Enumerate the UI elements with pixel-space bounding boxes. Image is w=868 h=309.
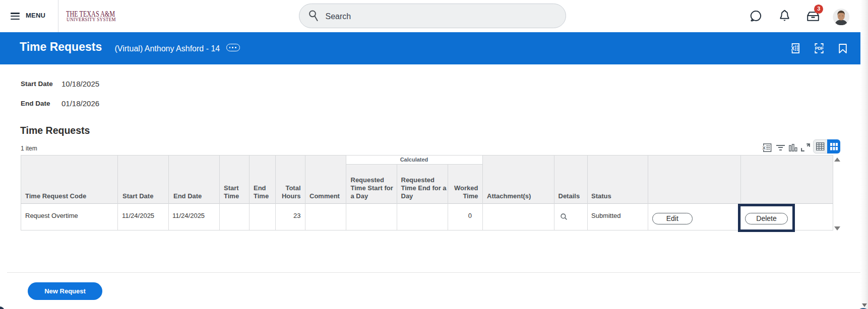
svg-text:X: X <box>791 46 794 51</box>
svg-text:PDF: PDF <box>815 46 823 51</box>
svg-text:X: X <box>762 144 766 150</box>
